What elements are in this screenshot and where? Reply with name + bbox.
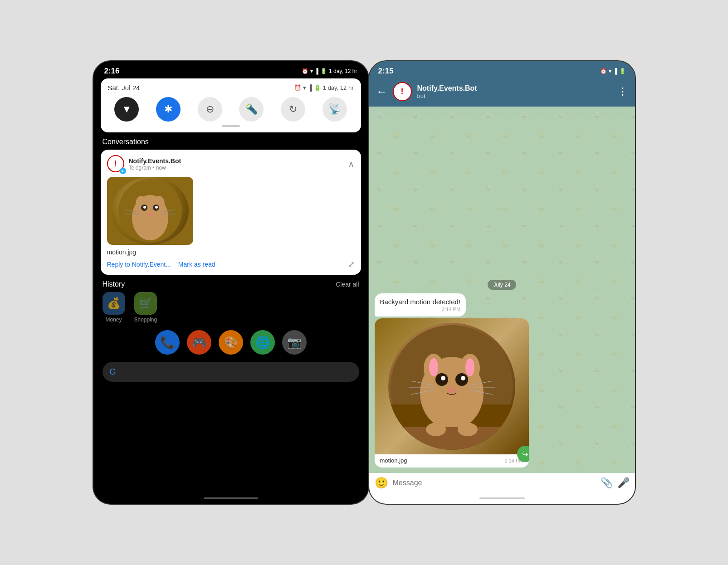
message-input-area: 🙂 📎 🎤 bbox=[369, 473, 635, 493]
notif-source: Telegram bbox=[129, 165, 151, 171]
left-time: 2:16 bbox=[104, 67, 120, 76]
right-battery-icon: 🔋 bbox=[619, 68, 626, 74]
wifi-indicator: ▾ bbox=[303, 84, 306, 91]
battery-icon: 🔋 bbox=[320, 68, 327, 74]
status-bar-left: 2:16 ⏰ ▾ ▐ 🔋 1 day, 12 hr bbox=[93, 61, 368, 78]
wifi-button[interactable]: ▼ bbox=[114, 97, 139, 122]
svg-point-37 bbox=[426, 423, 446, 436]
notif-header: ! ➤ Notify.Events.Bot Telegram • bbox=[107, 155, 355, 173]
notif-image-container bbox=[107, 177, 355, 245]
notification-card: ! ➤ Notify.Events.Bot Telegram • bbox=[101, 150, 361, 275]
exclaim-mark: ! bbox=[114, 160, 117, 168]
svg-point-8 bbox=[147, 212, 153, 216]
telegram-header: ← ! Notify.Events.Bot bot ⋮ bbox=[369, 78, 635, 107]
bottom-bar-right bbox=[369, 493, 635, 504]
cat-image-svg-large bbox=[388, 323, 515, 450]
image-bubble-footer: motion.jpg 2:14 PM bbox=[375, 454, 529, 468]
camera-app-icon[interactable]: 📷 bbox=[282, 330, 307, 355]
battery-indicator: 🔋 bbox=[314, 84, 321, 91]
art-app-icon[interactable]: 🎨 bbox=[219, 330, 243, 355]
chat-area: 👻 🐱 July 24 Backyard motion detected! 2:… bbox=[369, 107, 635, 473]
app-drawer: 📞 🎮 🎨 🌐 📷 bbox=[93, 326, 368, 358]
message-bubble: Backyard motion detected! 2:14 PM bbox=[375, 293, 466, 317]
signal-icon: ▐ bbox=[315, 68, 319, 74]
svg-rect-36 bbox=[388, 427, 515, 450]
right-time: 2:15 bbox=[378, 67, 394, 76]
game-app-icon[interactable]: 🎮 bbox=[187, 330, 211, 355]
notif-left: ! ➤ Notify.Events.Bot Telegram • bbox=[107, 155, 181, 173]
shopping-app-label: Shopping bbox=[134, 317, 157, 323]
notif-collapse-button[interactable]: ∧ bbox=[348, 159, 355, 170]
alarm-indicator: ⏰ bbox=[294, 84, 301, 91]
browser-app-icon[interactable]: 🌐 bbox=[250, 330, 275, 355]
home-indicator-right bbox=[479, 497, 525, 499]
shopping-app-icon: 🛒 bbox=[134, 292, 157, 315]
wifi-icon: ▾ bbox=[310, 68, 313, 74]
svg-point-38 bbox=[458, 423, 478, 436]
message-time: 2:14 PM bbox=[380, 307, 461, 312]
history-header: History Clear all bbox=[93, 275, 368, 292]
phone-left: 2:16 ⏰ ▾ ▐ 🔋 1 day, 12 hr Sat, Jul 24 ⏰ bbox=[93, 60, 369, 505]
qs-divider bbox=[222, 125, 240, 127]
image-filename: motion.jpg bbox=[380, 457, 407, 464]
attach-button[interactable]: 📎 bbox=[601, 477, 613, 489]
message-text: Backyard motion detected! bbox=[380, 298, 461, 306]
more-options-button[interactable]: ⋮ bbox=[618, 86, 628, 97]
status-bar-right: 2:15 ⏰ ▾ ▐ 🔋 bbox=[369, 61, 635, 78]
quick-settings-panel: Sat, Jul 24 ⏰ ▾ ▐ 🔋 1 day, 12 hr ▼ ✱ ⊖ bbox=[101, 78, 361, 132]
history-apps: 💰 Money 🛒 Shopping bbox=[93, 292, 368, 323]
chat-content: July 24 Backyard motion detected! 2:14 P… bbox=[369, 107, 635, 473]
phone-app-icon[interactable]: 📞 bbox=[155, 330, 180, 355]
money-app-label: Money bbox=[105, 317, 122, 323]
qs-date: Sat, Jul 24 bbox=[108, 84, 140, 92]
history-app-shopping[interactable]: 🛒 Shopping bbox=[134, 292, 157, 323]
phone-right: 2:15 ⏰ ▾ ▐ 🔋 ← ! Notify.Events.Bot bot bbox=[368, 60, 636, 505]
rotation-button[interactable]: ↻ bbox=[281, 97, 305, 122]
battery-text: 1 day, 12 hr bbox=[329, 68, 357, 74]
right-alarm-icon: ⏰ bbox=[600, 68, 607, 74]
clear-all-button[interactable]: Clear all bbox=[336, 281, 359, 288]
notif-meta: Notify.Events.Bot Telegram • now bbox=[129, 157, 181, 171]
google-g-icon: G bbox=[110, 367, 116, 377]
right-status-icons: ⏰ ▾ ▐ 🔋 bbox=[600, 68, 626, 74]
expand-icon[interactable]: ⤢ bbox=[348, 259, 355, 269]
notif-image bbox=[107, 177, 193, 245]
flashlight-button[interactable]: 🔦 bbox=[239, 97, 264, 122]
tg-bot-name: Notify.Events.Bot bbox=[417, 84, 612, 93]
qs-header: Sat, Jul 24 ⏰ ▾ ▐ 🔋 1 day, 12 hr bbox=[108, 84, 354, 92]
money-app-icon: 💰 bbox=[103, 292, 125, 315]
mic-button[interactable]: 🎤 bbox=[617, 477, 630, 489]
search-bar[interactable]: G bbox=[103, 362, 359, 382]
svg-point-21 bbox=[429, 358, 438, 376]
notif-time: now bbox=[156, 165, 166, 171]
reply-button[interactable]: Reply to Notify.Event... bbox=[107, 261, 171, 268]
dnd-button[interactable]: ⊖ bbox=[198, 97, 222, 122]
history-app-money[interactable]: 💰 Money bbox=[103, 292, 125, 323]
message-input[interactable] bbox=[393, 479, 596, 487]
signal-indicator: ▐ bbox=[308, 84, 312, 91]
telegram-indicator: ➤ bbox=[120, 168, 126, 174]
home-indicator-left bbox=[204, 497, 258, 499]
bot-name-area: Notify.Events.Bot bot bbox=[417, 84, 612, 99]
qs-buttons: ▼ ✱ ⊖ 🔦 ↻ 📡 bbox=[108, 97, 354, 122]
cat-thumbnail-small bbox=[112, 177, 189, 245]
mark-read-button[interactable]: Mark as read bbox=[178, 261, 215, 268]
history-title: History bbox=[103, 280, 125, 288]
battery-duration: 1 day, 12 hr bbox=[323, 84, 354, 91]
emoji-button[interactable]: 🙂 bbox=[375, 477, 388, 489]
tg-bot-sub: bot bbox=[417, 93, 612, 99]
left-status-icons: ⏰ ▾ ▐ 🔋 1 day, 12 hr bbox=[302, 68, 357, 74]
svg-point-27 bbox=[447, 387, 456, 393]
alarm-icon: ⏰ bbox=[302, 68, 308, 74]
notif-actions: Reply to Notify.Event... Mark as read ⤢ bbox=[107, 259, 355, 269]
cast-button[interactable]: 📡 bbox=[322, 97, 347, 122]
svg-point-6 bbox=[143, 206, 146, 209]
notif-source-time: Telegram • now bbox=[129, 165, 181, 171]
cat-image-svg-small bbox=[112, 177, 189, 245]
back-button[interactable]: ← bbox=[376, 85, 387, 98]
svg-point-7 bbox=[155, 206, 158, 209]
conversations-header: Conversations bbox=[93, 132, 368, 150]
bluetooth-button[interactable]: ✱ bbox=[156, 97, 181, 122]
svg-point-22 bbox=[465, 358, 474, 376]
bottom-bar-left bbox=[93, 493, 368, 504]
